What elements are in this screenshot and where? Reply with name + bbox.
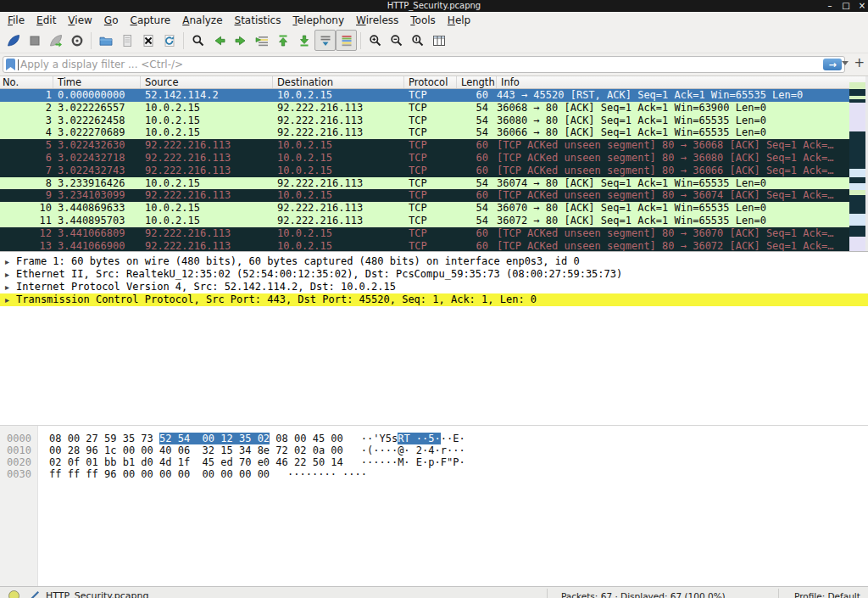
go-back-button[interactable]: [209, 30, 230, 51]
packet-row[interactable]: 33.02226245810.0.2.1592.222.216.113TCP54…: [0, 115, 849, 127]
packet-row[interactable]: 123.44106680992.222.216.11310.0.2.15TCP6…: [0, 227, 849, 240]
hex-row[interactable]: 000008 00 27 59 35 73 52 54 00 12 35 02 …: [0, 433, 868, 444]
column-header-protocol[interactable]: Protocol: [404, 76, 457, 88]
close-file-button[interactable]: [137, 30, 159, 51]
packet-list-minimap[interactable]: [849, 82, 865, 252]
packet-row[interactable]: 23.02222655710.0.2.1592.222.216.113TCP54…: [0, 102, 849, 115]
status-profile[interactable]: Profile: Default: [794, 591, 860, 598]
detail-text: Frame 1: 60 bytes on wire (480 bits), 60…: [16, 255, 580, 267]
column-header-time[interactable]: Time: [53, 76, 141, 88]
magnifier-icon: [192, 34, 205, 48]
packet-row[interactable]: 113.44089570310.0.2.1592.222.216.113TCP5…: [0, 215, 849, 227]
cell-dst: 92.222.216.113: [273, 102, 404, 115]
stop-capture-button[interactable]: [24, 30, 45, 51]
add-filter-button[interactable]: +: [854, 57, 865, 70]
detail-line[interactable]: ▸Transmission Control Protocol, Src Port…: [0, 293, 868, 306]
cell-proto: TCP: [404, 240, 457, 252]
packet-row[interactable]: 93.23410309992.222.216.11310.0.2.15TCP60…: [0, 189, 849, 202]
packet-row[interactable]: 73.02243274392.222.216.11310.0.2.15TCP60…: [0, 165, 849, 177]
menu-go[interactable]: Go: [98, 14, 125, 27]
detail-line[interactable]: ▸Ethernet II, Src: RealtekU_12:35:02 (52…: [0, 268, 868, 281]
column-header-source[interactable]: Source: [141, 76, 273, 88]
cell-proto: TCP: [404, 227, 457, 240]
packet-row[interactable]: 83.23391642610.0.2.1592.222.216.113TCP54…: [0, 177, 849, 190]
save-document-icon: [120, 34, 134, 48]
hex-bytes: ff ff ff 96 00 00 00 00 00 00 00 00: [49, 468, 270, 480]
packet-row[interactable]: 103.44086963310.0.2.1592.222.216.113TCP5…: [0, 202, 849, 215]
column-header-no[interactable]: No.: [0, 76, 53, 88]
menu-statistics[interactable]: Statistics: [229, 14, 287, 27]
capture-comment-pencil-icon[interactable]: [30, 590, 41, 598]
apply-filter-button[interactable]: →: [823, 59, 842, 70]
expand-arrow-icon[interactable]: ▸: [0, 281, 16, 293]
menu-telephony[interactable]: Telephony: [287, 14, 350, 27]
menu-edit[interactable]: Edit: [31, 14, 62, 27]
go-forward-button[interactable]: [230, 30, 251, 51]
packet-row[interactable]: 10.00000000052.142.114.210.0.2.15TCP6044…: [0, 89, 849, 102]
menu-wireless[interactable]: Wireless: [350, 14, 404, 27]
cell-info: [TCP ACKed unseen segment] 80 → 36070 [A…: [497, 227, 849, 240]
cell-time: 3.022262458: [53, 115, 141, 127]
cell-no: 9: [0, 189, 53, 202]
menu-capture[interactable]: Capture: [124, 14, 176, 27]
filter-dropdown-caret-icon[interactable]: [842, 61, 849, 65]
start-capture-button[interactable]: [3, 30, 24, 51]
menu-file[interactable]: File: [2, 14, 31, 27]
capture-options-button[interactable]: [66, 30, 87, 51]
go-first-packet-button[interactable]: [272, 30, 293, 51]
cell-info: 36080 → 80 [ACK] Seq=1 Ack=1 Win=65535 L…: [497, 115, 849, 127]
colorize-stripes-icon: [340, 34, 353, 48]
packet-row[interactable]: 133.44106690092.222.216.11310.0.2.15TCP6…: [0, 240, 849, 252]
minimize-button[interactable]: –: [826, 1, 834, 10]
zoom-in-button[interactable]: [364, 30, 386, 51]
menu-view[interactable]: View: [62, 14, 97, 27]
packet-row[interactable]: 53.02243263092.222.216.11310.0.2.15TCP60…: [0, 139, 849, 152]
go-last-packet-button[interactable]: [293, 30, 314, 51]
column-header-destination[interactable]: Destination: [273, 76, 404, 88]
detail-line[interactable]: ▸Internet Protocol Version 4, Src: 52.14…: [0, 281, 868, 293]
packet-row[interactable]: 63.02243271892.222.216.11310.0.2.15TCP60…: [0, 152, 849, 165]
shark-fin-restart-icon: [49, 34, 63, 48]
cell-src: 10.0.2.15: [141, 126, 273, 139]
ascii-bytes: ········ ····: [287, 468, 367, 480]
restart-capture-button[interactable]: [45, 30, 66, 51]
hex-row[interactable]: 001000 28 96 1c 00 00 40 06 32 15 34 8e …: [0, 444, 868, 456]
maximize-button[interactable]: □: [842, 1, 850, 10]
ascii-bytes: ··'Y5sRT ··5···E·: [361, 433, 465, 444]
column-header-length[interactable]: Length: [457, 76, 497, 88]
save-file-button[interactable]: [116, 30, 137, 51]
colorize-toggle-button[interactable]: [336, 30, 357, 51]
hex-row[interactable]: 002002 0f 01 bb b1 d0 4d 1f 45 ed 70 e0 …: [0, 456, 868, 468]
expand-arrow-icon[interactable]: ▸: [0, 293, 16, 306]
reload-file-button[interactable]: [159, 30, 180, 51]
menu-help[interactable]: Help: [442, 14, 476, 27]
open-file-button[interactable]: [95, 30, 116, 51]
cell-proto: TCP: [404, 126, 457, 139]
column-header-info[interactable]: Info: [497, 76, 868, 88]
cell-dst: 10.0.2.15: [273, 227, 404, 240]
resize-columns-button[interactable]: [428, 30, 449, 51]
find-packet-button[interactable]: [187, 30, 209, 51]
packet-row[interactable]: 43.02227068910.0.2.1592.222.216.113TCP54…: [0, 126, 849, 139]
cell-len: 60: [457, 240, 497, 252]
menu-tools[interactable]: Tools: [404, 14, 442, 27]
close-button[interactable]: ×: [858, 1, 866, 10]
auto-scroll-toggle-button[interactable]: [314, 30, 336, 51]
cell-time: 0.000000000: [53, 89, 141, 102]
zoom-out-button[interactable]: [386, 30, 407, 51]
zoom-original-button[interactable]: [407, 30, 428, 51]
expand-arrow-icon[interactable]: ▸: [0, 268, 16, 281]
go-to-packet-button[interactable]: [251, 30, 272, 51]
hex-row[interactable]: 0030ff ff ff 96 00 00 00 00 00 00 00 00·…: [0, 468, 868, 480]
display-filter-input[interactable]: Apply a display filter ... <Ctrl-/> →: [3, 56, 845, 73]
detail-line[interactable]: ▸Frame 1: 60 bytes on wire (480 bits), 6…: [0, 255, 868, 268]
cell-time: 3.440869633: [53, 202, 141, 215]
cell-time: 3.233916426: [53, 177, 141, 190]
cell-src: 92.222.216.113: [141, 240, 273, 252]
menu-analyze[interactable]: Analyze: [176, 14, 228, 27]
cell-no: 3: [0, 115, 53, 127]
expert-info-icon[interactable]: [8, 590, 19, 598]
bookmark-icon[interactable]: [6, 59, 15, 70]
expand-arrow-icon[interactable]: ▸: [0, 255, 16, 268]
cell-no: 6: [0, 152, 53, 165]
